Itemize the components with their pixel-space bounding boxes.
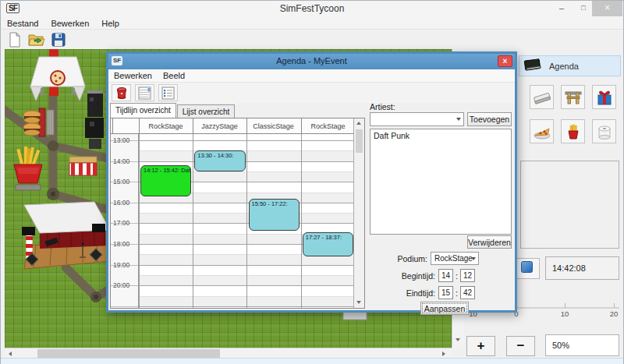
speaker-stack[interactable] (85, 90, 104, 149)
schedule-header: RockStage JazzyStage ClassicStage RockSt… (111, 118, 353, 134)
schedule-event[interactable]: 13:30 - 14:30: (194, 150, 245, 171)
column-header: RockStage (301, 122, 355, 130)
main-toolbar (1, 30, 623, 49)
pause-button[interactable] (514, 258, 540, 279)
artist-listbox[interactable]: Daft Punk (370, 129, 512, 235)
pause-icon (521, 261, 533, 276)
artist-list-item[interactable]: Daft Punk (370, 129, 511, 142)
end-hour-field[interactable]: 15 (438, 286, 453, 299)
artist-combobox[interactable] (370, 112, 464, 126)
end-minute-field[interactable]: 42 (460, 286, 475, 299)
sidebar-item-label: Agenda (549, 62, 579, 71)
podium-combobox[interactable]: RockStage (431, 252, 479, 265)
main-window: SF SimFestTycoon – □ × Bestand Bewerken … (0, 0, 624, 364)
save-icon[interactable] (51, 32, 66, 48)
delete-button[interactable] (112, 84, 131, 101)
popcorn-stand[interactable] (69, 157, 97, 175)
agenda-book-icon (524, 58, 541, 74)
dialog-title: Agenda - MyEvent (108, 56, 515, 65)
list-view-button[interactable] (158, 84, 178, 101)
schedule-event[interactable]: 17:27 - 18:37: (303, 232, 353, 256)
new-file-icon[interactable] (7, 32, 23, 48)
dialog-close-button[interactable]: × (498, 55, 512, 67)
column-header: ClassicStage (246, 122, 300, 130)
podium-label: Podium: (370, 254, 427, 263)
dialog-menu-bewerken[interactable]: Bewerken (108, 71, 158, 80)
menu-bewerken[interactable]: Bewerken (44, 19, 95, 28)
start-time-label: Begintijd: (370, 271, 435, 281)
maximize-button[interactable]: □ (573, 1, 594, 16)
end-time-label: Eindtijd: (370, 288, 435, 298)
shop-toilet-paper-button[interactable] (592, 119, 616, 143)
apply-button[interactable]: Aanpassen (420, 302, 469, 315)
close-button[interactable]: × (592, 1, 622, 16)
shop-mattress-button[interactable] (530, 85, 554, 109)
minimize-button[interactable]: – (551, 1, 572, 16)
dialog-menubar: Bewerken Beeld (108, 69, 515, 83)
add-artist-button[interactable]: Toevoegen (467, 112, 512, 126)
main-titlebar: SF SimFestTycoon – □ × (1, 1, 623, 17)
scrollbar-thumb[interactable] (37, 349, 220, 358)
start-minute-field[interactable]: 12 (460, 269, 475, 282)
shop-fries-button[interactable] (561, 119, 585, 143)
dialog-menu-beeld[interactable]: Beeld (158, 71, 190, 80)
menu-bestand[interactable]: Bestand (1, 19, 44, 28)
sidebar-item-agenda[interactable]: Agenda (519, 55, 621, 76)
main-menubar: Bestand Bewerken Help (1, 17, 623, 30)
zoom-out-button[interactable]: − (506, 336, 535, 356)
column-header: RockStage (139, 122, 193, 130)
chevron-down-icon (456, 118, 461, 121)
app-title: SimFestTycoon (1, 3, 623, 14)
schedule-body[interactable]: 13:0014:0015:0016:0017:0018:0019:0020:00… (111, 134, 353, 308)
status-bar (1, 358, 623, 364)
tab-lijst-overzicht[interactable]: Lijst overzicht (177, 104, 236, 118)
artist-panel: Artiest: Toevoegen Daft Punk Verwijderen… (370, 101, 512, 315)
agenda-dialog: SF Agenda - MyEvent × Bewerken Beeld Tij… (106, 51, 517, 313)
column-header: JazzyStage (193, 122, 246, 130)
artist-label: Artiest: (370, 102, 395, 111)
time-separator: : (456, 271, 458, 281)
map-horizontal-scrollbar[interactable] (5, 348, 452, 358)
schedule-event[interactable]: 14:12 - 15:42: Daft Punk (140, 165, 191, 196)
open-folder-icon[interactable] (28, 32, 45, 48)
main-stage[interactable] (22, 202, 113, 269)
fries-stand[interactable] (14, 147, 42, 190)
timeline-view-button[interactable] (135, 84, 154, 101)
zoom-in-button[interactable]: + (466, 336, 495, 356)
zoom-level-display: 50% (545, 334, 619, 356)
shop-stage-frame-button[interactable] (561, 85, 585, 109)
scrollbar-thumb[interactable] (356, 129, 363, 153)
chevron-down-icon (471, 257, 476, 260)
shop-pizza-button[interactable] (530, 119, 554, 143)
info-panel (520, 161, 619, 249)
wood-planks[interactable] (47, 110, 54, 135)
time-separator: : (456, 288, 458, 298)
start-hour-field[interactable]: 14 (438, 269, 453, 282)
clock-display: 14:42:08 (545, 256, 619, 280)
schedule-grid[interactable]: RockStage JazzyStage ClassicStage RockSt… (110, 118, 365, 309)
schedule-event[interactable]: 15:50 - 17:22: (249, 199, 300, 231)
shop-gift-button[interactable] (592, 85, 616, 109)
remove-artist-button[interactable]: Verwijderen (467, 235, 512, 249)
tab-tijdlijn-overzicht[interactable]: Tijdlijn overzicht (110, 103, 176, 118)
view-tabs: Tijdlijn overzicht Lijst overzicht (110, 103, 236, 118)
menu-help[interactable]: Help (95, 19, 126, 28)
dialog-titlebar[interactable]: SF Agenda - MyEvent × (108, 54, 515, 69)
schedule-scrollbar[interactable] (353, 118, 364, 308)
